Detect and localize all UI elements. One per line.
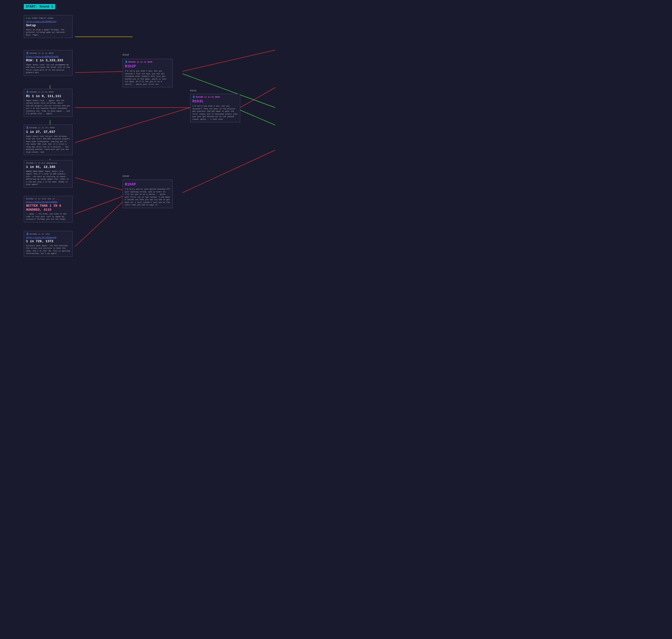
node-r1hxf: R1hXF I'm sorry you've just gotten knock… — [123, 180, 173, 208]
r1h06w-body: Scissors beat paper! You did continue th… — [26, 245, 70, 255]
node-r1h03w: 👤 R1h03W (1 in 27) ROCK 1 in 27, 37,037 … — [24, 125, 73, 155]
r1h3l-header-label: R1h03W (1 in 9) ROCK — [196, 96, 220, 98]
r1hxf-title: R1hXF — [125, 182, 170, 187]
r1h03w-body: Paper beats rock thrice! And already, fr… — [26, 135, 70, 154]
node-r1h05w: R1h05W (1 in 243) End of ... https://you… — [24, 196, 73, 222]
r1h01w-header-label: R1h01W (1 in 3) ROCK — [30, 52, 53, 54]
r1h05w-title: BETTER THAN 1 IN A HUNDRED, 4115 — [26, 204, 70, 212]
r1h03w-title: 1 in 27, 37,037 — [26, 130, 70, 134]
svg-line-5 — [75, 108, 190, 143]
r1h3l-body: I'm sorry you didn't win, but you should… — [192, 105, 238, 121]
r1h06w-link[interactable]: https://youtu.be/r80LDused0 — [26, 236, 70, 238]
r1h04w-header-label: R1h04W (1 in 81) Ambiguous — [26, 162, 57, 164]
r1h3l-section-label: R1h3L — [190, 90, 197, 92]
r1h2f-icon: 👤 — [125, 61, 128, 63]
node-r1h06w: 👤 R1h06W (1 in 729) https://youtu.be/r80… — [24, 231, 73, 257]
r1-start-link[interactable]: https://youtu.be/PNqNbZYyp4 — [26, 20, 70, 22]
node-r1h04w: R1h04W (1 in 81) Ambiguous 1 in 81, 12,3… — [24, 160, 73, 188]
r1h06w-title: 1 in 729, 1372 — [26, 239, 70, 244]
node-r1h2f: 👤 R1h01W (1 in 3) ROCK R1h2F I'm sorry y… — [123, 59, 173, 87]
r1h02w-body: Paper beats rock... again. And the secon… — [26, 99, 70, 115]
svg-line-11 — [240, 110, 275, 125]
node-r1h01w: 👤 R1h01W (1 in 3) ROCK https://youtu.be/… — [24, 50, 73, 76]
r1h2f-body: I'm sorry you didn't win, but you should… — [125, 70, 170, 85]
r1h01w-header: 👤 R1h01W (1 in 3) ROCK — [26, 52, 70, 54]
video-icon: ▶ — [26, 17, 27, 19]
r1-start-header: ▶ R1 START PUBLIC VIDEO — [26, 17, 70, 19]
r1hxf-body: I'm sorry you've just gotten knocked off… — [125, 188, 170, 206]
r1h01w-link[interactable]: https://youtu.be/W1RxO7fnex64 — [26, 56, 70, 58]
r1h04w-body: WHAAA HAAA HAAA! Paper beats rock, again… — [26, 170, 70, 186]
r1hxf-section-label: R1hXF — [123, 175, 129, 178]
r1-start-title: Setup — [26, 24, 70, 28]
r1h3l-title: R1h3L — [192, 99, 238, 104]
r1h05w-body: :: gasp :: You know, you knew it was tim… — [26, 213, 70, 221]
r1h05w-link[interactable]: https://youtu.be/ubxYog9366u — [26, 201, 70, 203]
r1h03w-header: 👤 R1h03W (1 in 27) ROCK — [26, 126, 70, 129]
r1h01w-body: Paper beats rock! You out-mindgamed me a… — [26, 64, 70, 74]
svg-line-4 — [240, 88, 275, 108]
person-icon-3: 👤 — [26, 126, 29, 129]
r1h05w-header: R1h05W (1 in 243) End of ... — [26, 198, 70, 200]
node-r1h02w: 👤 R1h02W (1 in 9) ROCK R1 1 in 9, 111,11… — [24, 89, 73, 117]
node-r1-start: ▶ R1 START PUBLIC VIDEO https://youtu.be… — [24, 15, 73, 38]
r1h05w-header-label: R1h05W (1 in 243) End of ... — [26, 198, 60, 200]
r1h2f-header: 👤 R1h01W (1 in 3) ROCK — [125, 61, 170, 63]
r1-start-header-label: R1 START PUBLIC VIDEO — [28, 17, 53, 19]
r1h3l-icon: 👤 — [192, 96, 195, 98]
r1h3l-header: 👤 R1h03W (1 in 9) ROCK — [192, 96, 238, 98]
r1h2f-section-label: R1h2F — [123, 54, 129, 56]
person-icon: 👤 — [26, 52, 29, 54]
r1h04w-title: 1 in 81, 12,346 — [26, 165, 70, 169]
r1h06w-header-label: R1h06W (1 in 729) — [30, 233, 50, 235]
r1-start-body: Shall we play a game? Perhaps, The great… — [26, 29, 70, 36]
r1h02w-title: R1 1 in 9, 111,111 — [26, 94, 70, 98]
start-label: START: Round 1 — [24, 4, 55, 9]
r1h02w-header-label: R1h02W (1 in 9) ROCK — [30, 91, 53, 93]
r1h02w-header: 👤 R1h02W (1 in 9) ROCK — [26, 91, 70, 93]
person-icon-2: 👤 — [26, 91, 29, 93]
r1h06w-header: 👤 R1h06W (1 in 729) — [26, 233, 70, 235]
person-icon-6: 👤 — [26, 233, 29, 235]
node-r1h3l: 👤 R1h03W (1 in 9) ROCK R1h3L I'm sorry y… — [190, 94, 240, 122]
r1h01w-title: R1W: 1 in 3,333,333 — [26, 59, 70, 63]
r1h2f-title: R1h2F — [125, 64, 170, 68]
svg-line-2 — [183, 50, 275, 71]
r1h03w-header-label: R1h03W (1 in 27) ROCK — [30, 127, 55, 129]
r1h2f-header-label: R1h01W (1 in 3) ROCK — [128, 61, 152, 63]
r1h04w-header: R1h04W (1 in 81) Ambiguous — [26, 162, 70, 164]
svg-line-9 — [183, 150, 275, 193]
